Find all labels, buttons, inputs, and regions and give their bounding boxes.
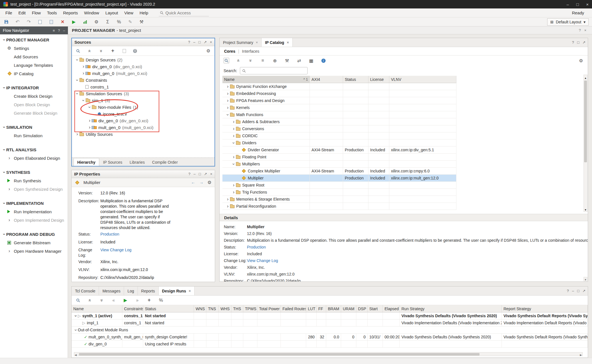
column-header[interactable]: DSP (356, 305, 368, 312)
float-icon[interactable] (204, 172, 207, 176)
column-header[interactable]: Constraints (122, 305, 143, 312)
column-header-vlnv[interactable]: VLNV (389, 76, 456, 83)
tree-item-sim-mult-gen-0[interactable]: mult_gen_0(mult_gen_0.xci) (72, 124, 215, 131)
column-header[interactable]: TNS (206, 305, 219, 312)
scrollbar-thumb[interactable] (79, 353, 480, 356)
tab-libraries[interactable]: Libraries (126, 159, 148, 166)
column-header[interactable]: Elapsed (383, 305, 400, 312)
tab-tcl-console[interactable]: Tcl Console (72, 287, 99, 295)
scrollbar-thumb[interactable] (584, 81, 587, 162)
sidebar-item-language-templates[interactable]: Language Templates (0, 61, 68, 69)
search-icon[interactable] (75, 48, 81, 54)
tree-item-constraints[interactable]: Constraints (72, 77, 215, 83)
window-maximize-button[interactable] (576, 2, 579, 7)
tree-item-non-module-files[interactable]: Non-module Files(1) (72, 104, 215, 110)
customize-ip-icon[interactable] (284, 58, 290, 63)
forward-icon[interactable] (199, 180, 204, 185)
settings-icon[interactable] (94, 19, 99, 25)
package-ip-icon[interactable] (308, 58, 314, 63)
catalog-row-multiplier-selected[interactable]: MultiplierProductionIncludedxilinx.com:i… (222, 175, 456, 182)
design-run-row-div-gen[interactable]: div_gen_0 Using cached IP results (72, 341, 588, 348)
close-icon[interactable] (210, 172, 212, 176)
reports-icon[interactable] (82, 19, 88, 25)
delete-icon[interactable] (60, 19, 65, 25)
catalog-row[interactable]: Partial Reconfiguration (222, 203, 456, 210)
settings-gear-icon[interactable] (578, 58, 584, 63)
column-header[interactable]: TPWS (243, 305, 257, 312)
reset-runs-icon[interactable] (111, 298, 116, 303)
redo-icon[interactable] (26, 19, 32, 25)
open-file-icon[interactable] (122, 48, 127, 54)
column-header-axi4[interactable]: AXI4 (310, 76, 343, 83)
maximize-icon[interactable] (577, 289, 579, 293)
scroll-up-icon[interactable] (584, 75, 587, 80)
settings-gear-icon[interactable] (207, 180, 211, 185)
catalog-scrollbar[interactable] (584, 75, 587, 212)
document-icon[interactable] (37, 19, 43, 25)
column-header[interactable]: Run Strategy (400, 305, 502, 312)
edit-icon[interactable] (127, 19, 133, 25)
undo-icon[interactable] (15, 19, 20, 25)
catalog-row[interactable]: Adders & Subtracters (222, 118, 456, 125)
minimize-icon[interactable] (572, 289, 574, 293)
scroll-left-icon[interactable] (75, 352, 77, 357)
sidebar-item-open-implemented-design[interactable]: Open Implemented Design (0, 216, 68, 224)
sidebar-item-generate-bitstream[interactable]: Generate Bitstream (0, 238, 68, 247)
menu-tools[interactable]: Tools (44, 10, 60, 15)
close-icon[interactable] (210, 40, 212, 44)
float-icon[interactable] (582, 40, 586, 45)
flow-navigator-menu-icon[interactable] (53, 28, 55, 33)
sidebar-item-open-block-design[interactable]: Open Block Design (0, 100, 68, 109)
run-icon[interactable] (71, 19, 77, 25)
tab-hierarchy[interactable]: Hierarchy (74, 158, 99, 166)
catalog-row[interactable]: CORDIC (222, 132, 456, 139)
section-implementation[interactable]: IMPLEMENTATION (0, 199, 68, 207)
sources-panel-header[interactable]: Sources (72, 38, 215, 46)
help-icon[interactable] (188, 172, 190, 176)
menu-view[interactable]: View (121, 10, 136, 15)
catalog-row[interactable]: Trig Functions (222, 189, 456, 196)
collapse-panel-icon[interactable] (63, 28, 65, 33)
hierarchy-view-icon[interactable] (260, 58, 266, 63)
column-header[interactable]: BRAM (326, 305, 341, 312)
tree-item-sim-1[interactable]: sim_1(3) (72, 97, 215, 104)
subtab-cores[interactable]: Cores (224, 49, 235, 54)
sidebar-item-open-synthesized-design[interactable]: Open Synthesized Design (0, 185, 68, 193)
settings-gear-icon[interactable] (206, 48, 211, 54)
column-header[interactable]: Status (143, 305, 194, 312)
scroll-right-icon[interactable] (580, 352, 582, 357)
tree-item-mult-gen-0[interactable]: mult_gen_0(mult_gen_0.xci) (72, 70, 215, 77)
help-icon[interactable] (188, 40, 190, 44)
column-header[interactable]: FF (317, 305, 326, 312)
column-header-name[interactable]: Name^ 1 (222, 76, 310, 83)
collapse-all-icon[interactable] (87, 298, 93, 303)
close-icon[interactable] (256, 40, 258, 45)
catalog-row[interactable]: Multipliers (222, 161, 456, 168)
tab-compile-order[interactable]: Compile Order (149, 159, 181, 166)
menu-flow[interactable]: Flow (29, 10, 44, 15)
sidebar-item-ip-catalog[interactable]: IP Catalog (0, 69, 68, 78)
tab-design-runs[interactable]: Design Runs (159, 287, 195, 295)
sum-icon[interactable] (105, 19, 111, 25)
column-header[interactable]: THS (231, 305, 243, 312)
layout-selector[interactable]: Default Layout (547, 18, 589, 26)
sidebar-item-add-sources[interactable]: Add Sources (0, 52, 68, 61)
add-sources-icon[interactable] (110, 48, 116, 54)
catalog-row[interactable]: Kernels (222, 104, 456, 111)
column-header[interactable]: WNS (194, 305, 206, 312)
tree-item-design-sources[interactable]: Design Sources(2) (72, 56, 215, 63)
section-project-manager[interactable]: PROJECT MANAGER (0, 35, 68, 44)
catalog-row[interactable]: Math Functions (222, 111, 456, 118)
section-ip-integrator[interactable]: IP INTEGRATOR (0, 83, 68, 92)
debug-tools-icon[interactable] (139, 19, 144, 25)
help-icon[interactable] (567, 289, 569, 293)
tree-item-utility-sources[interactable]: Utility Sources (72, 131, 215, 137)
ip-properties-header[interactable]: IP Properties (72, 170, 215, 178)
clipboard-icon[interactable] (48, 19, 54, 25)
tab-messages[interactable]: Messages (99, 287, 124, 295)
catalog-row[interactable]: Conversions (222, 125, 456, 132)
catalog-row[interactable]: Floating Point (222, 154, 456, 161)
tree-item-ipcore-test-v[interactable]: ipcore_test.v (72, 110, 215, 117)
column-header-status[interactable]: Status (343, 76, 368, 83)
details-scroll-down-icon[interactable] (584, 277, 587, 281)
